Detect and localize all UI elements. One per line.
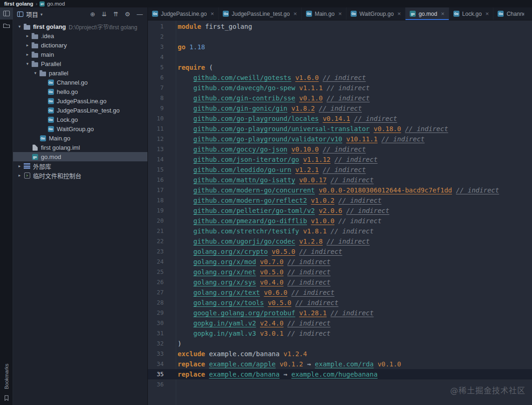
editor[interactable]: 1module first_golang23go 1.1845require (… bbox=[148, 20, 532, 405]
breadcrumb-project[interactable]: first golang bbox=[4, 1, 33, 7]
settings-icon[interactable]: ⚙ bbox=[125, 11, 130, 18]
tab-Main.go[interactable]: GoMain.go× bbox=[302, 7, 346, 20]
editor-line-24[interactable]: 24 golang.org/x/mod v0.7.0 // indirect bbox=[148, 257, 532, 267]
editor-line-22[interactable]: 22 github.com/ugorji/go/codec v1.2.8 // … bbox=[148, 236, 532, 246]
close-icon[interactable]: × bbox=[338, 10, 342, 17]
tree-item-hello.go[interactable]: Gohello.go bbox=[13, 87, 147, 96]
editor-line-10[interactable]: 10 github.com/go-playground/locales v0.1… bbox=[148, 113, 532, 124]
editor-line-7[interactable]: 7 github.com/davecgh/go-spew v1.1.1 // i… bbox=[148, 83, 532, 93]
tree-item-Parallel[interactable]: ▾Parallel bbox=[13, 59, 147, 68]
tab-Lock.go[interactable]: GoLock.go× bbox=[449, 7, 494, 20]
code-text: google.golang.org/protobuf v1.28.1 // in… bbox=[176, 308, 373, 318]
editor-line-35[interactable]: 35replace example.com/banana ⇒ example.c… bbox=[148, 369, 532, 379]
tab-WaitGroup.go[interactable]: GoWaitGroup.go× bbox=[346, 7, 406, 20]
line-number: 26 bbox=[148, 277, 164, 287]
editor-line-16[interactable]: 16 github.com/mattn/go-isatty v0.0.17 //… bbox=[148, 175, 532, 185]
editor-line-19[interactable]: 19 github.com/pelletier/go-toml/v2 v2.0.… bbox=[148, 206, 532, 216]
tree-item-Lock.go[interactable]: GoLock.go bbox=[13, 115, 147, 124]
chevron-right-icon[interactable]: ▸ bbox=[24, 43, 31, 47]
breadcrumb-separator-icon: › bbox=[36, 1, 38, 7]
expand-all-icon[interactable]: ⇊ bbox=[102, 11, 107, 18]
editor-line-2[interactable]: 2 bbox=[148, 32, 532, 42]
tree-item-parallel[interactable]: ▾parallel bbox=[13, 68, 147, 78]
tree-item-label: dictionary bbox=[41, 42, 67, 49]
editor-line-4[interactable]: 4 bbox=[148, 52, 532, 62]
tree-item-外部库[interactable]: ▸外部库 bbox=[13, 161, 147, 171]
editor-line-12[interactable]: 12 github.com/go-playground/validator/v1… bbox=[148, 134, 532, 144]
chevron-right-icon[interactable]: ▸ bbox=[24, 52, 31, 57]
tree-item-Main.go[interactable]: GoMain.go bbox=[13, 133, 147, 143]
tree-item-dictionary[interactable]: ▸dictionary bbox=[13, 40, 147, 50]
chevron-down-icon[interactable]: ▾ bbox=[40, 12, 43, 17]
editor-line-5[interactable]: 5require ( bbox=[148, 62, 532, 73]
breadcrumb-file[interactable]: go.mod bbox=[47, 1, 65, 7]
tree-item-Channel.go[interactable]: GoChannel.go bbox=[13, 78, 147, 87]
editor-line-34[interactable]: 34replace example.com/apple v0.1.2 ⇒ exa… bbox=[148, 359, 532, 369]
editor-line-8[interactable]: 8 github.com/gin-contrib/sse v0.1.0 // i… bbox=[148, 93, 532, 103]
editor-line-20[interactable]: 20 github.com/pmezard/go-difflib v1.0.0 … bbox=[148, 216, 532, 226]
editor-line-14[interactable]: 14 github.com/json-iterator/go v1.1.12 /… bbox=[148, 154, 532, 165]
editor-line-27[interactable]: 27 golang.org/x/text v0.6.0 // indirect bbox=[148, 287, 532, 298]
locate-file-icon[interactable]: ⊕ bbox=[90, 11, 95, 18]
editor-line-11[interactable]: 11 github.com/go-playground/universal-tr… bbox=[148, 124, 532, 134]
editor-line-3[interactable]: 3go 1.18 bbox=[148, 42, 532, 52]
code-text: github.com/stretchr/testify v1.8.1 // in… bbox=[176, 226, 373, 236]
chevron-right-icon[interactable]: ▸ bbox=[24, 33, 31, 38]
line-number: 7 bbox=[148, 83, 164, 93]
line-number: 19 bbox=[148, 206, 164, 216]
close-icon[interactable]: × bbox=[293, 10, 297, 17]
editor-line-26[interactable]: 26 golang.org/x/sys v0.4.0 // indirect bbox=[148, 277, 532, 287]
bookmark-icon[interactable] bbox=[0, 395, 13, 401]
chevron-down-icon[interactable]: ▾ bbox=[32, 71, 39, 75]
editor-line-9[interactable]: 9 github.com/gin-gonic/gin v1.8.2 // ind… bbox=[148, 103, 532, 113]
editor-line-29[interactable]: 29 google.golang.org/protobuf v1.28.1 //… bbox=[148, 308, 532, 318]
editor-line-25[interactable]: 25 golang.org/x/net v0.5.0 // indirect bbox=[148, 267, 532, 277]
tree-item-go.mod[interactable]: gogo.mod bbox=[13, 152, 147, 161]
editor-line-23[interactable]: 23 golang.org/x/crypto v0.5.0 // indirec… bbox=[148, 246, 532, 257]
close-icon[interactable]: × bbox=[211, 10, 214, 17]
editor-line-21[interactable]: 21 github.com/stretchr/testify v1.8.1 //… bbox=[148, 226, 532, 236]
editor-line-15[interactable]: 15 github.com/leodido/go-urn v1.2.1 // i… bbox=[148, 165, 532, 175]
editor-line-6[interactable]: 6 github.com/cweill/gotests v1.6.0 // in… bbox=[148, 73, 532, 83]
hide-panel-icon[interactable]: — bbox=[137, 11, 143, 18]
project-toolwindow-icon[interactable] bbox=[0, 7, 13, 20]
editor-line-13[interactable]: 13 github.com/goccy/go-json v0.10.0 // i… bbox=[148, 144, 532, 154]
line-number: 36 bbox=[148, 379, 164, 390]
bookmarks-stripe-label[interactable]: Bookmarks bbox=[0, 364, 13, 389]
editor-line-18[interactable]: 18 github.com/modern-go/reflect2 v1.0.2 … bbox=[148, 195, 532, 206]
iml-icon bbox=[31, 144, 39, 151]
tree-item-WaitGroup.go[interactable]: GoWaitGroup.go bbox=[13, 124, 147, 133]
tab-go.mod[interactable]: gogo.mod× bbox=[406, 7, 449, 20]
commit-toolwindow-icon[interactable] bbox=[0, 20, 13, 32]
close-icon[interactable]: × bbox=[441, 10, 445, 17]
editor-line-31[interactable]: 31 gopkg.in/yaml.v3 v3.0.1 // indirect bbox=[148, 328, 532, 339]
editor-line-17[interactable]: 17 github.com/modern-go/concurrent v0.0.… bbox=[148, 185, 532, 195]
tree-item-.idea[interactable]: ▸.idea bbox=[13, 31, 147, 40]
tab-label: Channe bbox=[506, 11, 524, 17]
tab-JudgePassLine.go[interactable]: GoJudgePassLine.go× bbox=[148, 7, 219, 20]
editor-line-28[interactable]: 28 golang.org/x/tools v0.5.0 // indirect bbox=[148, 298, 532, 308]
tab-Channe[interactable]: GoChanne× bbox=[493, 7, 524, 20]
editor-line-33[interactable]: 33exclude example.com/banana v1.2.4 bbox=[148, 349, 532, 359]
tree-item-first golang[interactable]: ▾first golangD:\0project\字节\first golang bbox=[13, 22, 147, 31]
editor-line-32[interactable]: 32) bbox=[148, 339, 532, 349]
editor-line-30[interactable]: 30 gopkg.in/yaml.v2 v2.4.0 // indirect bbox=[148, 318, 532, 328]
close-icon[interactable]: × bbox=[485, 10, 489, 17]
chevron-down-icon[interactable]: ▾ bbox=[16, 24, 23, 29]
chevron-right-icon[interactable]: ▸ bbox=[16, 164, 23, 168]
tree-item-JudgePassLine_test.go[interactable]: GoJudgePassLine_test.go bbox=[13, 106, 147, 115]
tree-item-main[interactable]: ▸main bbox=[13, 50, 147, 59]
chevron-right-icon[interactable]: ▸ bbox=[16, 173, 23, 178]
tree-item-JudgePassLine.go[interactable]: GoJudgePassLine.go bbox=[13, 96, 147, 106]
tab-JudgePassLine_test.go[interactable]: GoJudgePassLine_test.go× bbox=[219, 7, 301, 20]
tree-item-临时文件和控制台[interactable]: ▸>临时文件和控制台 bbox=[13, 171, 147, 180]
toolwindow-stripe: Bookmarks bbox=[0, 7, 13, 405]
fold-gutter bbox=[164, 287, 176, 298]
editor-line-1[interactable]: 1module first_golang bbox=[148, 21, 532, 32]
tree-item-first golang.iml[interactable]: first golang.iml bbox=[13, 143, 147, 152]
project-panel-title[interactable]: 项目 bbox=[26, 10, 38, 19]
chevron-down-icon[interactable]: ▾ bbox=[24, 61, 31, 66]
close-icon[interactable]: × bbox=[398, 10, 401, 17]
collapse-all-icon[interactable]: ⇈ bbox=[113, 11, 118, 18]
fold-gutter bbox=[164, 318, 176, 328]
